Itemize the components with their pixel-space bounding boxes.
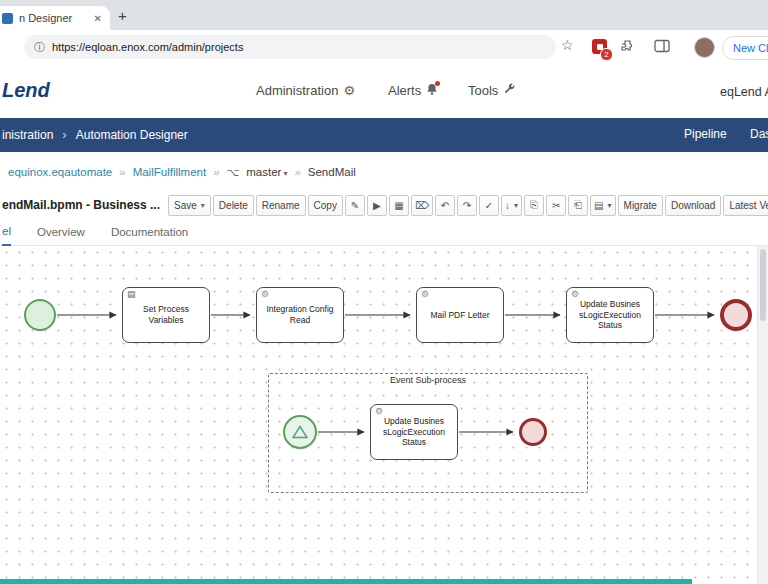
save-button[interactable]: Save▾ — [168, 195, 211, 216]
script-task-icon: ▤ — [127, 290, 136, 299]
extensions-puzzle-icon[interactable] — [620, 39, 635, 54]
menu-administration-label: Administration — [256, 83, 338, 98]
menu-tools[interactable]: Tools — [468, 83, 516, 98]
site-info-icon[interactable]: ⓘ — [34, 40, 45, 55]
nav-item-dashboard[interactable]: Das — [750, 127, 768, 141]
branch-name: master — [246, 166, 281, 178]
breadcrumb-separator: » — [213, 166, 219, 178]
app-logo[interactable]: Lend — [2, 79, 50, 102]
tab-model[interactable]: el — [2, 225, 11, 246]
nav-item-pipeline[interactable]: Pipeline — [684, 127, 727, 141]
new-chrome-button[interactable]: New Chro — [722, 36, 768, 60]
address-bar[interactable]: ⓘ https://eqloan.enox.com/admin/projects — [24, 35, 556, 59]
edit-icon-button[interactable]: ✎ — [345, 195, 365, 216]
latest-version-label: Latest Version — [729, 200, 768, 211]
task-set-process-variables[interactable]: ▤ Set Process Variables — [122, 287, 210, 343]
menu-tools-label: Tools — [468, 83, 498, 98]
nav-crumb-automation-designer[interactable]: Automation Designer — [76, 128, 188, 142]
gear-icon: ⚙ — [343, 84, 355, 97]
duplicate-icon-button[interactable]: ⎘ — [524, 195, 544, 216]
breadcrumb-separator: » — [119, 166, 125, 178]
git-branch-icon: ⌥ — [227, 166, 240, 179]
subprocess-end-event[interactable] — [519, 418, 547, 446]
save-label: Save — [174, 200, 197, 211]
tab-favicon-icon — [2, 13, 13, 24]
download-arrow-icon: ↓ — [505, 200, 510, 211]
task-label: Set Process Variables — [128, 304, 204, 325]
app-header: Lend Administration ⚙ Alerts Tools eqLen… — [0, 64, 768, 118]
vertical-scrollbar[interactable] — [757, 246, 768, 584]
rename-button[interactable]: Rename — [256, 195, 306, 216]
trash-icon-button[interactable]: ⌦ — [411, 195, 433, 216]
vertical-scrollbar-thumb[interactable] — [760, 249, 766, 321]
chevron-down-icon: ▾ — [608, 201, 612, 210]
delete-button[interactable]: Delete — [213, 195, 254, 216]
cut-icon-button[interactable]: ✂ — [546, 195, 566, 216]
nav-crumb-administration[interactable]: inistration — [2, 128, 53, 142]
task-label: Mail PDF Letter — [430, 310, 489, 321]
service-task-gear-icon: ⚙ — [571, 290, 579, 299]
download-button[interactable]: Download — [665, 195, 721, 216]
validate-icon-button[interactable]: ✓ — [479, 195, 499, 216]
start-event[interactable] — [24, 299, 56, 331]
profile-avatar[interactable] — [694, 37, 715, 58]
browser-address-row: ⓘ https://eqloan.enox.com/admin/projects… — [0, 30, 768, 65]
breadcrumb-file: SendMail — [308, 166, 356, 178]
subprocess-label: Event Sub-process — [269, 375, 587, 385]
paste-icon-button[interactable]: ⎗ — [568, 195, 588, 216]
designer-toolbar: endMail.bpmn - Business ... Save▾ Delete… — [0, 192, 768, 218]
branch-selector[interactable]: master▾ — [246, 166, 287, 178]
admin-nav-bar: inistration › Automation Designer Pipeli… — [0, 118, 768, 152]
export-icon-button[interactable]: ↓▾ — [501, 195, 522, 216]
new-tab-button[interactable]: + — [118, 7, 127, 24]
migrate-button[interactable]: Migrate — [618, 195, 663, 216]
bpmn-canvas[interactable]: ▤ Set Process Variables ⚙ Integration Co… — [0, 246, 758, 584]
extension-badge: 2 — [600, 48, 613, 61]
service-task-gear-icon: ⚙ — [375, 407, 383, 416]
tab-close-icon[interactable]: ✕ — [86, 13, 110, 24]
menu-administration[interactable]: Administration ⚙ — [256, 83, 355, 98]
copy-button[interactable]: Copy — [308, 195, 343, 216]
document-title: endMail.bpmn - Business ... — [2, 198, 160, 212]
task-integration-config-read[interactable]: ⚙ Integration Config Read — [256, 287, 344, 343]
subprocess-task-update-business-logic-status[interactable]: ⚙ Update Busines sLogicExecution Status — [370, 404, 458, 460]
task-label: Update Busines sLogicExecution Status — [376, 416, 452, 448]
header-right-text: eqLend A — [720, 85, 768, 99]
menu-alerts-label: Alerts — [388, 83, 421, 98]
wrench-icon — [503, 83, 516, 98]
menu-alerts[interactable]: Alerts — [388, 83, 438, 98]
list-icon-button[interactable]: ▤▾ — [590, 195, 615, 216]
tab-overview[interactable]: Overview — [37, 226, 85, 245]
bookmark-star-icon[interactable]: ☆ — [561, 38, 574, 52]
breadcrumb-separator: » — [294, 166, 300, 178]
run-icon-button[interactable]: ▶ — [367, 195, 387, 216]
tab-documentation[interactable]: Documentation — [111, 226, 188, 245]
task-mail-pdf-letter[interactable]: ⚙ Mail PDF Letter — [416, 287, 504, 343]
grid-icon-button[interactable]: ▦ — [389, 195, 409, 216]
chevron-down-icon: ▾ — [283, 169, 287, 178]
chevron-right-icon: › — [62, 127, 66, 142]
list-icon: ▤ — [594, 200, 603, 211]
subprocess-start-event[interactable] — [283, 415, 317, 449]
latest-version-dropdown[interactable]: Latest Version▾ — [723, 195, 768, 216]
end-event[interactable] — [720, 299, 752, 331]
browser-tab[interactable]: n Designer ✕ — [0, 6, 110, 30]
project-breadcrumb: equinox.eqautomate » MailFulfillment » ⌥… — [0, 152, 768, 192]
sidebar-panel-icon[interactable] — [654, 39, 670, 53]
chevron-down-icon: ▾ — [514, 201, 518, 210]
tab-title: n Designer — [19, 12, 86, 24]
breadcrumb-project[interactable]: equinox.eqautomate — [8, 166, 112, 178]
task-update-business-logic-status[interactable]: ⚙ Update Busines sLogicExecution Status — [566, 287, 654, 343]
service-task-gear-icon: ⚙ — [261, 290, 269, 299]
url-text: https://eqloan.enox.com/admin/projects — [52, 41, 243, 53]
signal-triangle-icon — [291, 424, 309, 440]
breadcrumb-folder[interactable]: MailFulfillment — [133, 166, 207, 178]
chevron-down-icon: ▾ — [201, 201, 205, 210]
task-label: Update Busines sLogicExecution Status — [572, 299, 648, 331]
undo-icon-button[interactable]: ↶ — [435, 195, 455, 216]
redo-icon-button[interactable]: ↷ — [457, 195, 477, 216]
task-label: Integration Config Read — [262, 304, 338, 325]
service-task-gear-icon: ⚙ — [421, 290, 429, 299]
view-tabs: el Overview Documentation — [0, 218, 768, 246]
browser-tab-strip: n Designer ✕ + — [0, 0, 768, 30]
